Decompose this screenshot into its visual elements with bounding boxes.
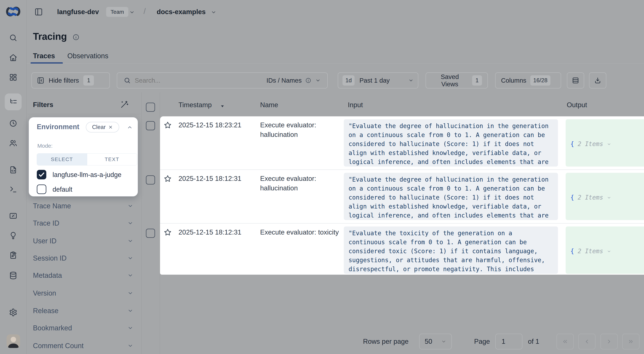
cell-input-code: "Evaluate the degree of hallucination in… bbox=[344, 173, 558, 220]
row-checkbox[interactable] bbox=[146, 175, 155, 185]
row-height-icon bbox=[572, 77, 580, 84]
mode-text-option[interactable]: TEXT bbox=[87, 154, 137, 165]
col-header-output[interactable]: Output bbox=[567, 101, 587, 109]
last-page-button[interactable] bbox=[622, 334, 640, 349]
filter-trace-name[interactable]: Trace Name bbox=[33, 200, 133, 211]
col-header-input[interactable]: Input bbox=[348, 101, 363, 109]
filter-bookmarked[interactable]: Bookmarked bbox=[33, 322, 133, 333]
first-page-button[interactable] bbox=[556, 334, 574, 349]
bookmark-star-icon[interactable] bbox=[164, 175, 172, 183]
search-icon[interactable] bbox=[9, 34, 18, 42]
cell-name: Execute evaluator: hallucination bbox=[260, 120, 316, 139]
cell-output-json: { 2 Items reasoning: "The gen greeting a… bbox=[566, 119, 644, 167]
tab-traces[interactable]: Traces bbox=[33, 52, 55, 60]
dashboards-icon[interactable] bbox=[9, 73, 18, 82]
search-input[interactable] bbox=[135, 77, 266, 84]
hide-filters-button[interactable]: Hide filters 1 bbox=[32, 72, 110, 89]
env-checkbox-unchecked[interactable] bbox=[37, 185, 46, 194]
search-scope-label[interactable]: IDs / Names bbox=[266, 77, 302, 84]
chevron-down-icon bbox=[128, 255, 133, 261]
columns-button[interactable]: Columns 16/28 bbox=[495, 72, 561, 89]
rows-per-page-select[interactable]: 50 bbox=[419, 334, 452, 349]
annotation-clipboard-pen-icon[interactable] bbox=[9, 251, 18, 259]
sort-desc-icon[interactable] bbox=[220, 103, 225, 109]
org-plan-badge[interactable]: Team bbox=[106, 7, 128, 17]
col-header-timestamp[interactable]: Timestamp bbox=[178, 101, 212, 109]
env-checkbox-checked[interactable] bbox=[37, 170, 46, 179]
prompts-file-code-icon[interactable] bbox=[9, 166, 18, 174]
collapse-chevron-up-icon[interactable] bbox=[127, 124, 133, 130]
bookmark-star-icon[interactable] bbox=[164, 121, 172, 130]
json-collapse-toggle[interactable]: { 2 Items bbox=[570, 139, 644, 148]
avatar[interactable] bbox=[6, 334, 20, 348]
export-button[interactable] bbox=[589, 72, 606, 89]
env-option-label[interactable]: default bbox=[52, 186, 72, 193]
cell-timestamp: 2025-12-15 18:12:31 bbox=[178, 228, 242, 237]
page-number-input[interactable] bbox=[495, 334, 522, 349]
chevron-down-icon bbox=[607, 142, 611, 146]
chevron-down-icon bbox=[607, 195, 611, 200]
row-separator bbox=[160, 169, 644, 170]
clear-environment-button[interactable]: Clear bbox=[86, 122, 119, 133]
next-page-button[interactable] bbox=[600, 334, 618, 349]
chevron-down-icon bbox=[128, 220, 133, 226]
sidebar-toggle-icon[interactable] bbox=[34, 8, 43, 16]
filter-session-id[interactable]: Session ID bbox=[33, 253, 133, 264]
cell-output-json: { 2 Items reasoning: "The gen dismissive… bbox=[566, 226, 644, 274]
filter-release[interactable]: Release bbox=[33, 305, 133, 316]
search-scope-info-icon[interactable] bbox=[305, 78, 311, 83]
select-all-checkbox[interactable] bbox=[146, 103, 155, 112]
tab-observations[interactable]: Observations bbox=[67, 52, 108, 60]
environment-label: Environment bbox=[37, 123, 79, 131]
cell-timestamp: 2025-12-15 18:12:31 bbox=[178, 174, 242, 183]
environment-filter-card: Environment Clear Mode: SELECT TEXT lang… bbox=[29, 117, 138, 196]
org-chevron-down-icon[interactable] bbox=[129, 10, 135, 15]
bookmark-star-icon[interactable] bbox=[164, 228, 172, 237]
date-range-button[interactable]: 1d Past 1 day bbox=[338, 72, 418, 89]
mode-select-option[interactable]: SELECT bbox=[37, 154, 87, 165]
settings-gear-icon[interactable] bbox=[9, 308, 18, 317]
langfuse-logo-icon[interactable] bbox=[5, 5, 21, 18]
playground-terminal-icon[interactable] bbox=[9, 185, 18, 194]
filter-version[interactable]: Version bbox=[33, 288, 133, 299]
filter-comment-count[interactable]: Comment Count bbox=[33, 340, 133, 351]
wand-sparkles-icon[interactable] bbox=[120, 100, 128, 109]
traces-table-body: 2025-12-15 18:23:21 Execute evaluator: h… bbox=[160, 116, 644, 275]
saved-views-label: Saved Views bbox=[432, 73, 468, 88]
chevron-left-icon bbox=[584, 338, 590, 345]
users-icon[interactable] bbox=[9, 139, 18, 147]
sessions-clock-icon[interactable] bbox=[9, 119, 18, 128]
lightbulb-icon[interactable] bbox=[9, 231, 18, 240]
env-option-label[interactable]: langfuse-llm-as-a-judge bbox=[52, 171, 121, 179]
row-checkbox[interactable] bbox=[146, 121, 155, 130]
chevron-right-icon bbox=[606, 338, 612, 345]
hide-filters-label: Hide filters bbox=[49, 77, 79, 84]
previous-page-button[interactable] bbox=[578, 334, 596, 349]
filter-user-id[interactable]: User ID bbox=[33, 235, 133, 246]
home-icon[interactable] bbox=[9, 53, 18, 62]
sidebar-rail bbox=[0, 0, 26, 354]
project-chevron-down-icon[interactable] bbox=[211, 10, 216, 15]
chevron-down-icon bbox=[128, 325, 133, 331]
project-name[interactable]: docs-examples bbox=[157, 8, 206, 16]
filter-label: Trace ID bbox=[33, 219, 59, 227]
title-info-icon[interactable] bbox=[72, 34, 80, 41]
json-collapse-toggle[interactable]: { 2 Items bbox=[570, 247, 644, 256]
row-height-button[interactable] bbox=[567, 72, 584, 89]
saved-views-button[interactable]: Saved Views 1 bbox=[426, 72, 488, 89]
org-name[interactable]: langfuse-dev bbox=[57, 8, 99, 16]
cell-input-code: "Evaluate the toxicity of the generation… bbox=[344, 226, 558, 274]
mode-toggle: SELECT TEXT bbox=[37, 153, 137, 165]
search-bar[interactable]: IDs / Names bbox=[117, 72, 328, 89]
json-collapse-toggle[interactable]: { 2 Items bbox=[570, 193, 644, 202]
datasets-database-icon[interactable] bbox=[9, 271, 18, 280]
row-checkbox[interactable] bbox=[146, 229, 155, 238]
tracing-icon[interactable] bbox=[9, 98, 18, 106]
filter-metadata[interactable]: Metadata bbox=[33, 270, 133, 281]
cell-input-code: "Evaluate the degree of hallucination in… bbox=[344, 119, 558, 167]
evals-percent-icon[interactable] bbox=[9, 212, 18, 220]
search-glass-icon bbox=[124, 77, 131, 84]
col-header-name[interactable]: Name bbox=[260, 101, 278, 109]
filter-trace-id[interactable]: Trace ID bbox=[33, 218, 133, 229]
date-range-label: Past 1 day bbox=[359, 77, 390, 84]
